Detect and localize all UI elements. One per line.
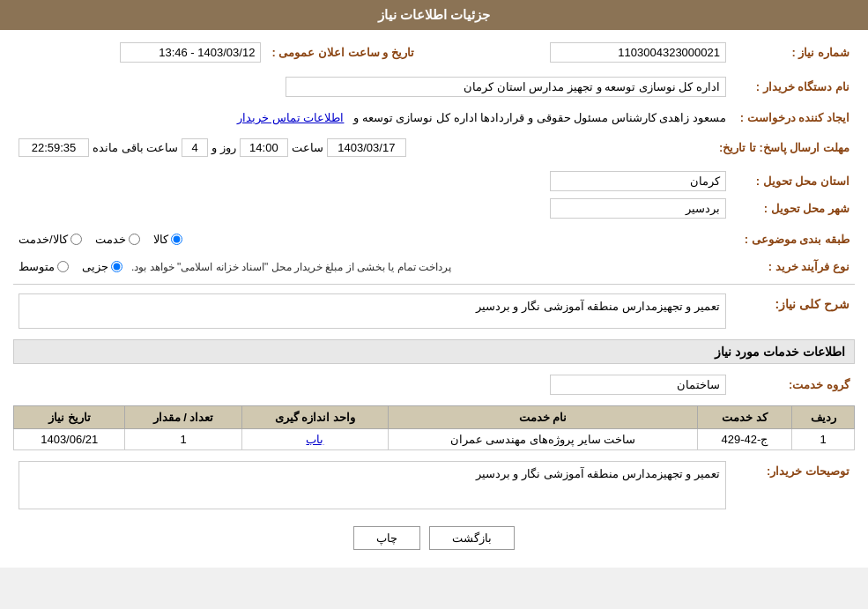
radio-kalaKhedmat: کالا/خدمت <box>19 233 82 246</box>
rooz-value: 4 <box>182 138 208 157</box>
radio-kala-label: کالا <box>153 233 168 246</box>
service-table-header-row: ردیف کد خدمت نام خدمت واحد اندازه گیری ت… <box>14 406 855 429</box>
time-row: 22:59:35 ساعت باقی مانده 4 روز و 14:00 س… <box>19 138 708 157</box>
ostan-shahr-table: استان محل تحویل : کرمان شهر محل تحویل : … <box>13 167 855 222</box>
radio-mootasat-input[interactable] <box>57 261 69 272</box>
btn-bazgasht[interactable]: بازگشت <box>429 526 515 550</box>
tarikh-elan-label: تاریخ و ساعت اعلان عمومی : <box>266 39 419 66</box>
rooz-label: روز و <box>211 141 236 154</box>
row-namDastgah: نام دستگاه خریدار : اداره کل نوسازی توسع… <box>13 73 855 100</box>
radio-khedmat: خدمت <box>95 233 140 246</box>
row-shahr: شهر محل تحویل : بردسیر <box>13 195 855 222</box>
tarikh-value: 1403/03/17 <box>327 138 406 157</box>
farayand-label: نوع فرآیند خرید : <box>731 256 855 277</box>
row-ijadKonande: ایجاد کننده درخواست : مسعود زاهدی کارشنا… <box>13 108 855 128</box>
groohKhedmat-label: گروه خدمت: <box>731 371 855 398</box>
cell-vahadAndaze[interactable]: باب <box>241 429 389 450</box>
radio-jozyi-input[interactable] <box>111 261 122 272</box>
col-kodKhedmat: کد خدمت <box>697 406 792 429</box>
sharhKoli-text: تعمیر و تجهیزمدارس منطقه آموزشی نگار و ب… <box>476 300 720 313</box>
sharh-table: شرح کلی نیاز: <span data-bind="fields.sh… <box>13 290 855 332</box>
ijadKonande-value: مسعود زاهدی کارشناس مسئول حقوقی و قراردا… <box>353 111 726 124</box>
radio-kala: کالا <box>153 233 182 246</box>
tabaghe-label: طبقه بندی موضوعی : <box>731 229 855 249</box>
radio-kalaKhedmat-input[interactable] <box>70 234 82 245</box>
cell-radif: 1 <box>792 429 855 450</box>
content-area: شماره نیاز : 1103004323000021 تاریخ و سا… <box>0 30 868 568</box>
shahr-label: شهر محل تحویل : <box>731 195 855 222</box>
namDastgah-table: نام دستگاه خریدار : اداره کل نوسازی توسع… <box>13 73 855 100</box>
col-namKhedmat: نام خدمت <box>389 406 697 429</box>
row-farayand: نوع فرآیند خرید : متوسط جزیی <box>13 256 855 277</box>
radio-kalaKhedmat-label: کالا/خدمت <box>19 233 68 246</box>
radio-mootasat-label: متوسط <box>19 260 55 273</box>
radio-kala-input[interactable] <box>171 234 182 245</box>
groohKhedmat-table: گروه خدمت: ساختمان <box>13 371 855 398</box>
namDastgah-label: نام دستگاه خریدار : <box>731 73 855 100</box>
tosifat-label: توصیحات خریدار: <box>731 457 855 513</box>
shomareNiaz-value: 1103004323000021 <box>550 42 726 63</box>
service-table: ردیف کد خدمت نام خدمت واحد اندازه گیری ت… <box>13 405 855 450</box>
col-tarikhNiaz: تاریخ نیاز <box>14 406 125 429</box>
tabaghe-radio-group: کالا/خدمت خدمت کالا <box>19 233 726 246</box>
baghimande-value: 22:59:35 <box>19 138 89 157</box>
groohKhedmat-value: ساختمان <box>550 375 726 395</box>
saat-label: ساعت <box>292 141 323 154</box>
col-vahadAndaze: واحد اندازه گیری <box>241 406 389 429</box>
col-radif: ردیف <box>792 406 855 429</box>
namDastgah-value: اداره کل نوسازی توسعه و تجهیز مدارس استا… <box>286 77 726 97</box>
radio-mootasat: متوسط <box>19 260 69 273</box>
row-ostan: استان محل تحویل : کرمان <box>13 167 855 195</box>
cell-tarikhNiaz: 1403/06/21 <box>14 429 125 450</box>
ijadKonande-label: ایجاد کننده درخواست : <box>731 108 855 128</box>
tarikh-elan-value: 1403/03/12 - 13:46 <box>120 42 261 63</box>
farayand-radio-group: متوسط جزیی <box>19 260 122 273</box>
khadamat-header: اطلاعات خدمات مورد نیاز <box>13 339 855 364</box>
row-shomareNiaz: شماره نیاز : 1103004323000021 تاریخ و سا… <box>13 39 855 66</box>
shahr-value: بردسیر <box>550 198 726 219</box>
buttons-row: بازگشت چاپ <box>13 526 855 550</box>
radio-khedmat-label: خدمت <box>95 233 126 246</box>
tabaghe-table: طبقه بندی موضوعی : کالا/خدمت خدمت کالا <box>13 229 855 249</box>
tosifat-display: تعمیر و تجهیزمدارس منطقه آموزشی نگار و ب… <box>19 461 726 509</box>
row-mohlatErsal: مهلت ارسال پاسخ: تا تاریخ: 22:59:35 ساعت… <box>13 135 855 160</box>
ostan-value: کرمان <box>550 171 726 191</box>
row-groohKhedmat: گروه خدمت: ساختمان <box>13 371 855 398</box>
sharh-label: شرح کلی نیاز: <box>731 290 855 332</box>
btn-chap[interactable]: چاپ <box>353 526 420 550</box>
farayand-table: نوع فرآیند خرید : متوسط جزیی <box>13 256 855 277</box>
radio-jozyi-label: جزیی <box>82 260 108 273</box>
cell-kodKhedmat: ج-42-429 <box>697 429 792 450</box>
top-info-table: شماره نیاز : 1103004323000021 تاریخ و سا… <box>13 39 855 66</box>
col-tedadMeghdar: تعداد / مقدار <box>125 406 241 429</box>
ostan-label: استان محل تحویل : <box>731 167 855 195</box>
page-title: جزئیات اطلاعات نیاز <box>378 7 490 22</box>
row-sharh: شرح کلی نیاز: <span data-bind="fields.sh… <box>13 290 855 332</box>
service-table-head: ردیف کد خدمت نام خدمت واحد اندازه گیری ت… <box>14 406 855 429</box>
cell-namKhedmat: ساخت سایر پروژه‌های مهندسی عمران <box>389 429 697 450</box>
row-tosifat: توصیحات خریدار: تعمیر و تجهیزمدارس منطقه… <box>13 457 855 513</box>
page-wrapper: جزئیات اطلاعات نیاز شماره نیاز : 1103004… <box>0 0 868 568</box>
ijadKonande-table: ایجاد کننده درخواست : مسعود زاهدی کارشنا… <box>13 108 855 128</box>
tosifat-text: تعمیر و تجهیزمدارس منطقه آموزشی نگار و ب… <box>476 467 720 480</box>
sharhKoli-display: تعمیر و تجهیزمدارس منطقه آموزشی نگار و ب… <box>19 293 726 329</box>
shomareNiaz-label: شماره نیاز : <box>731 39 855 66</box>
ijadKonande-link[interactable]: اطلاعات تماس خریدار <box>237 111 344 124</box>
table-row: 1 ج-42-429 ساخت سایر پروژه‌های مهندسی عم… <box>14 429 855 450</box>
tosifat-table: توصیحات خریدار: تعمیر و تجهیزمدارس منطقه… <box>13 457 855 513</box>
saat-value: 14:00 <box>240 138 288 157</box>
separator-1 <box>13 284 855 285</box>
service-table-body: 1 ج-42-429 ساخت سایر پروژه‌های مهندسی عم… <box>14 429 855 450</box>
row-tabaghe: طبقه بندی موضوعی : کالا/خدمت خدمت کالا <box>13 229 855 249</box>
radio-khedmat-input[interactable] <box>129 234 140 245</box>
page-header: جزئیات اطلاعات نیاز <box>0 0 868 30</box>
cell-tedadMeghdar: 1 <box>125 429 241 450</box>
mohlatErsal-label: مهلت ارسال پاسخ: تا تاریخ: <box>714 135 855 160</box>
farayand-row: متوسط جزیی پرداخت تمام یا بخشی از مبلغ خ… <box>19 260 726 273</box>
baghimande-label: ساعت باقی مانده <box>93 141 178 154</box>
farayand-note: پرداخت تمام یا بخشی از مبلغ خریدار محل "… <box>131 261 451 273</box>
radio-jozyi: جزیی <box>82 260 122 273</box>
mohlatErsal-table: مهلت ارسال پاسخ: تا تاریخ: 22:59:35 ساعت… <box>13 135 855 160</box>
